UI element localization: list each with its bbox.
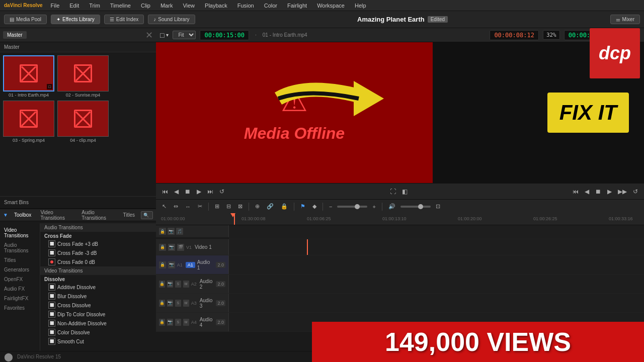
- flag-btn[interactable]: ⚑: [298, 202, 307, 211]
- color-dissolve-item[interactable]: ⬜ Color Dissolve: [40, 328, 156, 337]
- sound-library-btn[interactable]: ♪ Sound Library: [148, 15, 195, 24]
- a1-cam-btn[interactable]: 📷: [168, 261, 175, 268]
- menu-edit[interactable]: Edit: [67, 3, 81, 9]
- a3-cam-btn[interactable]: 📷: [167, 300, 173, 307]
- a2-cam-btn[interactable]: 📷: [167, 281, 173, 288]
- audio-all-btn[interactable]: 🎵: [176, 228, 183, 235]
- a2-m-btn[interactable]: M: [183, 281, 189, 288]
- sidebar-titles[interactable]: Titles: [0, 255, 40, 265]
- effects-library-btn[interactable]: ✦ Effects Library: [51, 15, 100, 24]
- zoom-slider[interactable]: [337, 206, 367, 208]
- loop2-btn[interactable]: ↺: [631, 187, 640, 196]
- cross-fade-neg3db-item[interactable]: ⬜ Cross Fade -3 dB: [40, 248, 156, 257]
- cross-fade-3db-item[interactable]: ⬜ Cross Fade +3 dB: [40, 239, 156, 248]
- fullscreen-btn[interactable]: ⛶: [388, 187, 398, 196]
- blur-dissolve-item[interactable]: ⬜ Blur Dissolve: [40, 292, 156, 301]
- tab-master[interactable]: Master: [3, 31, 27, 39]
- link-btn[interactable]: 🔗: [265, 202, 276, 211]
- cross-dissolve-item[interactable]: ⬜ Cross Dissolve: [40, 301, 156, 310]
- media-pool-btn[interactable]: ▤ Media Pool: [4, 15, 47, 24]
- fit-dropdown[interactable]: Fit: [173, 31, 196, 39]
- additive-dissolve-item[interactable]: ⬜ Additive Dissolve: [40, 283, 156, 292]
- a4-s-btn[interactable]: S: [175, 319, 181, 326]
- smart-bins[interactable]: Smart Bins: [0, 196, 156, 208]
- a3-s-btn[interactable]: S: [175, 300, 181, 307]
- prev-frame-btn[interactable]: ◀: [583, 187, 591, 196]
- media-clip-4[interactable]: 04 - clip.mp4: [57, 101, 109, 143]
- menu-file[interactable]: File: [49, 3, 62, 9]
- trim-tool-btn[interactable]: ⇔: [172, 202, 180, 211]
- menu-fairlight[interactable]: Fairlight: [285, 3, 309, 9]
- stop2-btn[interactable]: ⏹: [593, 187, 603, 196]
- a3-lock-btn[interactable]: 🔒: [159, 300, 165, 307]
- play-back-btn[interactable]: ◀: [172, 187, 181, 196]
- toolbox-expand[interactable]: ▼: [3, 212, 8, 218]
- monitor-out-btn[interactable]: ◧: [400, 187, 410, 196]
- smooth-cut-item[interactable]: ⬜ Smooth Cut: [40, 337, 156, 346]
- lock-btn[interactable]: 🔒: [279, 202, 290, 211]
- audio-btn[interactable]: ⊡: [434, 202, 442, 211]
- minus-btn[interactable]: −: [327, 203, 334, 211]
- select-tool-btn[interactable]: ↖: [160, 202, 169, 211]
- menu-help[interactable]: Help: [353, 3, 368, 9]
- lock-all-btn[interactable]: 🔒: [159, 228, 166, 235]
- v1-lock-btn[interactable]: 🔒: [159, 244, 166, 251]
- menu-clip[interactable]: Clip: [139, 3, 152, 9]
- a4-lock-btn[interactable]: 🔒: [159, 319, 165, 326]
- sidebar-video-transitions[interactable]: Video Transitions: [0, 225, 40, 240]
- play-btn[interactable]: ▶: [195, 187, 203, 196]
- menu-playback[interactable]: Playback: [203, 3, 229, 9]
- prev-mark-btn[interactable]: ⏮: [571, 187, 581, 196]
- sidebar-audiofx[interactable]: Audio FX: [0, 284, 40, 294]
- media-clip-1[interactable]: □ 01 - Intro Earth.mp4: [3, 55, 54, 98]
- a2-lock-btn[interactable]: 🔒: [159, 281, 165, 288]
- menu-color[interactable]: Color: [262, 3, 279, 9]
- menu-trim[interactable]: Trim: [87, 3, 102, 9]
- cross-fade-0db-item[interactable]: Cross Fade 0 dB: [40, 257, 156, 266]
- non-additive-item[interactable]: ⬜ Non-Additive Dissolve: [40, 319, 156, 328]
- stop-btn[interactable]: ⏹: [183, 187, 193, 196]
- a2-s-btn[interactable]: S: [175, 281, 181, 288]
- a4-cam-btn[interactable]: 📷: [167, 319, 173, 326]
- replace-btn[interactable]: ⊠: [236, 202, 245, 211]
- a3-m-btn[interactable]: M: [183, 300, 189, 307]
- menu-fusion[interactable]: Fusion: [235, 3, 256, 9]
- media-clip-3[interactable]: 03 - Spring.mp4: [3, 101, 54, 143]
- dip-to-color-item[interactable]: ⬜ Dip To Color Dissolve: [40, 310, 156, 319]
- media-clip-2[interactable]: 02 - Sunrise.mp4: [57, 55, 109, 98]
- plus-btn[interactable]: +: [370, 203, 377, 211]
- blade-tool-btn[interactable]: ✂: [196, 202, 204, 211]
- overwrite-btn[interactable]: ⊟: [224, 202, 233, 211]
- mixer-btn[interactable]: ⚌ Mixer: [610, 15, 640, 24]
- marker-btn[interactable]: ◆: [310, 202, 318, 211]
- sidebar-openfx[interactable]: OpenFX: [0, 275, 40, 284]
- loop-btn[interactable]: ↺: [217, 187, 226, 196]
- menu-workspace[interactable]: Workspace: [315, 3, 347, 9]
- a1-lock-btn[interactable]: 🔒: [159, 261, 166, 268]
- tab-video-transitions[interactable]: Video Transitions: [37, 209, 75, 222]
- audio-transitions-header[interactable]: Audio Transitions: [40, 223, 156, 232]
- dynamic-trim-btn[interactable]: ↔: [183, 203, 193, 211]
- menu-mark[interactable]: Mark: [158, 3, 175, 9]
- edit-index-btn[interactable]: ☰ Edit Index: [104, 15, 144, 24]
- video-transitions-header[interactable]: Video Transitions: [40, 266, 156, 275]
- play2-btn[interactable]: ▶: [605, 187, 614, 196]
- v1-cam-btn[interactable]: 📷: [168, 244, 175, 251]
- sidebar-generators[interactable]: Generators: [0, 265, 40, 275]
- next-frame-btn[interactable]: ▶▶: [616, 187, 629, 196]
- volume-slider[interactable]: [400, 206, 431, 208]
- toolbox-search-input[interactable]: [141, 211, 153, 219]
- volume-btn[interactable]: 🔊: [386, 202, 397, 211]
- play-prev-btn[interactable]: ⏮: [160, 187, 170, 196]
- sidebar-audio-transitions[interactable]: Audio Transitions: [0, 240, 40, 255]
- panel-close-btn[interactable]: ✕: [145, 30, 153, 41]
- menu-view[interactable]: View: [181, 3, 197, 9]
- tab-audio-transitions[interactable]: Audio Transitions: [78, 209, 117, 222]
- menu-timeline[interactable]: Timeline: [108, 3, 133, 9]
- v1-film-btn[interactable]: 🎬: [177, 244, 184, 251]
- a4-m-btn[interactable]: M: [183, 319, 189, 326]
- play-next-btn[interactable]: ⏭: [205, 187, 215, 196]
- sidebar-fairlightfx[interactable]: FairlightFX: [0, 294, 40, 303]
- snap-btn[interactable]: ⊕: [253, 202, 262, 211]
- insert-btn[interactable]: ⊞: [213, 202, 221, 211]
